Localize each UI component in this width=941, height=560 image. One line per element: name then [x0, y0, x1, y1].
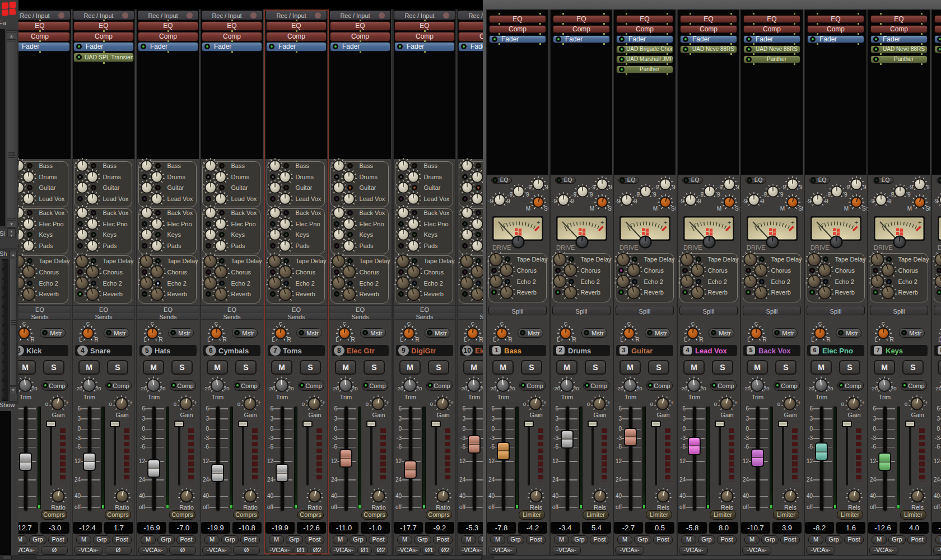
svg-text:-: -: [758, 219, 760, 227]
svg-text:+: +: [537, 219, 540, 226]
svg-text:+: +: [855, 219, 858, 226]
svg-text:-: -: [822, 219, 824, 227]
svg-text:-: -: [885, 219, 887, 227]
svg-text:+: +: [918, 219, 921, 226]
svg-text:-: -: [631, 219, 633, 227]
svg-text:-: -: [504, 219, 506, 227]
svg-text:+: +: [664, 219, 667, 226]
svg-text:-: -: [695, 219, 697, 227]
svg-text:+: +: [791, 219, 794, 226]
svg-text:+: +: [728, 219, 731, 226]
svg-text:+: +: [600, 219, 604, 226]
svg-text:-: -: [567, 219, 570, 227]
